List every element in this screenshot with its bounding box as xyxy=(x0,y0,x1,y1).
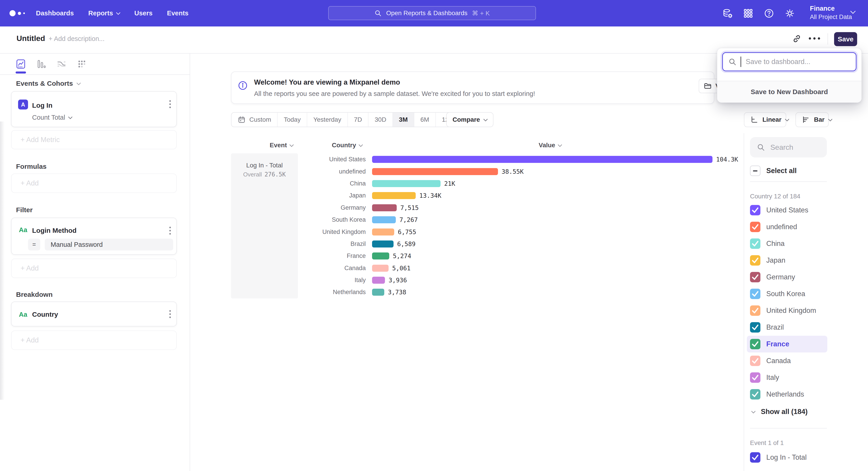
linear-axis-icon xyxy=(750,116,758,124)
country-legend-row[interactable]: Netherlands xyxy=(750,386,868,403)
show-all-button[interactable]: Show all (184) xyxy=(750,406,868,418)
events-cohorts-header[interactable]: Events & Cohorts xyxy=(16,80,177,87)
nav-menu: Dashboards Reports Users Events xyxy=(36,0,188,27)
scale-dropdown[interactable]: Linear xyxy=(744,112,786,127)
event-checkbox-checked[interactable] xyxy=(750,452,761,463)
compare-dropdown[interactable]: Compare xyxy=(446,112,493,127)
global-search-button[interactable]: Open Reports & Dashboards ⌘ + K xyxy=(328,6,536,20)
bar[interactable] xyxy=(372,240,394,247)
chart-type-dropdown[interactable]: Bar xyxy=(796,112,829,127)
chevron-down-icon xyxy=(751,409,756,414)
filter-operator-chip[interactable]: = xyxy=(28,239,40,251)
range-30d[interactable]: 30D xyxy=(368,113,393,127)
legend-panel: Select all Country 12 of 184 United Stat… xyxy=(744,133,868,471)
copy-link-icon[interactable] xyxy=(792,34,802,44)
breakdown-options-kebab-icon[interactable] xyxy=(169,310,171,318)
save-button[interactable]: Save xyxy=(834,32,857,46)
help-icon[interactable] xyxy=(764,8,774,19)
add-description-button[interactable]: + Add description... xyxy=(49,35,104,42)
bar[interactable] xyxy=(372,277,385,284)
filter-options-kebab-icon[interactable] xyxy=(169,227,171,235)
country-legend-row[interactable]: United States xyxy=(750,202,868,218)
tab-flows-icon[interactable] xyxy=(56,59,67,69)
bar[interactable] xyxy=(372,289,384,296)
column-header-event[interactable]: Event xyxy=(270,142,293,149)
country-legend-row[interactable]: Canada xyxy=(750,352,868,369)
legend-search-box[interactable] xyxy=(750,137,827,157)
country-checkbox-checked[interactable] xyxy=(750,255,761,266)
range-yesterday[interactable]: Yesterday xyxy=(307,113,348,127)
bar[interactable] xyxy=(372,253,389,260)
country-checkbox-checked[interactable] xyxy=(750,272,761,282)
select-all-checkbox-indeterminate[interactable] xyxy=(750,166,761,176)
more-options-button[interactable] xyxy=(809,37,820,39)
country-checkbox-checked[interactable] xyxy=(750,289,761,299)
aggregation-dropdown[interactable]: Count Total xyxy=(32,114,72,121)
add-metric-button[interactable]: + Add Metric xyxy=(11,130,177,149)
country-legend-row[interactable]: Japan xyxy=(750,252,868,269)
save-dashboard-search-field[interactable] xyxy=(722,52,857,71)
nav-item-events[interactable]: Events xyxy=(167,9,188,17)
filter-value-select[interactable]: Manual Password xyxy=(45,239,173,251)
add-filter-button[interactable]: + Add xyxy=(11,259,177,278)
select-all-row[interactable]: Select all xyxy=(750,166,868,176)
column-header-value[interactable]: Value xyxy=(539,142,561,149)
string-property-badge: Aa xyxy=(18,225,28,235)
bar[interactable] xyxy=(372,265,389,272)
country-checkbox-checked[interactable] xyxy=(750,339,761,349)
save-to-new-dashboard-button[interactable]: Save to New Dashboard xyxy=(717,81,862,102)
bar[interactable] xyxy=(372,204,397,211)
metric-options-kebab-icon[interactable] xyxy=(169,100,171,108)
country-checkbox-checked[interactable] xyxy=(750,372,761,383)
bar[interactable] xyxy=(372,216,396,223)
range-3m-active[interactable]: 3M xyxy=(393,113,414,127)
country-legend-row[interactable]: South Korea xyxy=(750,286,868,302)
range-7d[interactable]: 7D xyxy=(348,113,369,127)
bar-row-label: South Korea xyxy=(298,216,366,223)
bar[interactable] xyxy=(372,192,416,199)
country-legend-row[interactable]: United Kingdom xyxy=(750,302,868,319)
report-type-tabs xyxy=(0,54,190,75)
add-breakdown-button[interactable]: + Add xyxy=(11,330,177,350)
filter-card-login-method[interactable]: Aa Login Method = Manual Password xyxy=(11,217,177,255)
bar[interactable] xyxy=(372,229,394,235)
country-checkbox-checked[interactable] xyxy=(750,238,761,249)
country-checkbox-checked[interactable] xyxy=(750,356,761,366)
event-legend-row[interactable]: Log In - Total xyxy=(750,451,868,463)
add-formula-button[interactable]: + Add xyxy=(11,174,177,193)
nav-item-users[interactable]: Users xyxy=(134,9,153,17)
range-6m[interactable]: 6M xyxy=(414,113,436,127)
country-checkbox-checked[interactable] xyxy=(750,389,761,400)
country-legend-row[interactable]: Germany xyxy=(750,269,868,286)
country-legend-row[interactable]: undefined xyxy=(750,218,868,235)
breakdown-card-country[interactable]: Aa Country xyxy=(11,301,177,326)
project-switcher[interactable]: Finance All Project Data xyxy=(810,5,852,21)
data-management-icon[interactable] xyxy=(722,8,733,19)
tab-insights-icon[interactable] xyxy=(16,59,26,69)
country-checkbox-checked[interactable] xyxy=(750,205,761,215)
bar[interactable] xyxy=(372,168,498,175)
tab-retention-icon[interactable] xyxy=(76,59,87,69)
settings-gear-icon[interactable] xyxy=(784,8,795,19)
legend-search-input[interactable] xyxy=(770,143,820,152)
country-checkbox-checked[interactable] xyxy=(750,222,761,232)
country-checkbox-checked[interactable] xyxy=(750,322,761,332)
range-today[interactable]: Today xyxy=(278,113,307,127)
apps-grid-icon[interactable] xyxy=(743,8,753,19)
metric-card-log-in[interactable]: A Log In Count Total xyxy=(11,91,177,127)
mixpanel-logo-icon[interactable] xyxy=(9,0,25,27)
nav-item-dashboards[interactable]: Dashboards xyxy=(36,9,74,17)
range-custom[interactable]: Custom xyxy=(231,113,278,127)
tab-funnels-icon[interactable] xyxy=(36,59,46,69)
country-checkbox-checked[interactable] xyxy=(750,305,761,316)
country-legend-row[interactable]: Brazil xyxy=(750,319,868,336)
nav-item-reports[interactable]: Reports xyxy=(88,9,120,17)
bar[interactable] xyxy=(372,180,440,187)
country-legend-row[interactable]: China xyxy=(750,235,868,252)
column-header-country[interactable]: Country xyxy=(332,142,362,149)
country-legend-row[interactable]: Italy xyxy=(750,369,868,386)
report-title[interactable]: Untitled xyxy=(17,34,45,43)
save-dashboard-input[interactable] xyxy=(745,57,846,66)
bar[interactable] xyxy=(372,156,712,163)
country-legend-row[interactable]: France xyxy=(747,336,827,352)
